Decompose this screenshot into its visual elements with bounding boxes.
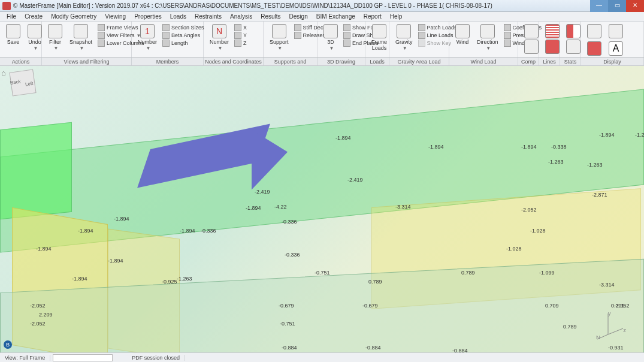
load-value-label: -1.894 <box>246 205 261 211</box>
minimize-button[interactable]: — <box>590 0 608 12</box>
load-value-label: -1.894 <box>335 135 351 141</box>
wind-button[interactable]: Wind <box>452 23 473 46</box>
load-value-label: -1.894 <box>180 228 195 234</box>
menu-properties[interactable]: Properties <box>130 13 166 20</box>
node-x-button[interactable]: X <box>232 24 249 31</box>
load-value-label: -0.338 <box>551 144 567 150</box>
title-bar: © MasterFrame [Main Editor] : Version 20… <box>0 0 644 12</box>
group-label: Nodes and Coordinates <box>204 58 264 65</box>
load-value-label: -1.894 <box>108 258 123 264</box>
direction-button[interactable]: Direction▼ <box>473 23 502 51</box>
load-value-label: 0.789 <box>563 324 577 330</box>
group-label: Comp <box>518 58 539 65</box>
menu-viewing[interactable]: Viewing <box>101 13 130 20</box>
window-title: © MasterFrame [Main Editor] : Version 20… <box>13 2 590 9</box>
load-value-label: -1.894 <box>36 246 52 252</box>
load-value-label: -2.871 <box>592 192 607 198</box>
status-dropdown[interactable] <box>53 354 113 361</box>
load-value-label: -0.679 <box>279 303 294 309</box>
load-value-label: -0.679 <box>362 303 378 309</box>
node-number-button[interactable]: NNumber▼ <box>206 23 232 51</box>
support-button[interactable]: Support▼ <box>266 23 292 51</box>
load-value-label: -1.894 <box>114 216 129 222</box>
load-value-label: -0.925 <box>162 279 177 285</box>
3d-button[interactable]: 3D▼ <box>320 23 341 51</box>
axis-indicator: yzN <box>596 310 626 340</box>
load-value-label: -1.263 <box>548 159 564 165</box>
menu-results[interactable]: Results <box>256 13 285 20</box>
3d-viewport[interactable]: ⌂ Back Left -1.894-1.894-1.8942.209-2.05… <box>0 66 644 352</box>
b-badge[interactable]: B <box>4 340 12 349</box>
save-button[interactable]: Save <box>2 23 24 46</box>
group-label: Stats <box>560 58 581 65</box>
load-value-label: -2.419 <box>255 189 270 195</box>
node-y-button[interactable]: Y <box>232 32 249 39</box>
load-value-label: -2.419 <box>347 177 363 183</box>
section-sizes-button[interactable]: Section Sizes <box>161 24 206 31</box>
menu-design[interactable]: Design <box>285 13 312 20</box>
snapshot-button[interactable]: Snapshot▼ <box>66 23 96 51</box>
load-value-label: -2.052 <box>30 321 46 327</box>
load-value-label: -1.2 <box>635 132 644 138</box>
settings-button[interactable] <box>583 23 605 38</box>
load-value-label: -1.894 <box>428 144 444 150</box>
load-value-label: -1.099 <box>539 270 555 276</box>
load-value-label: 0.789 <box>461 270 475 276</box>
beta-angles-button[interactable]: Beta Angles <box>161 32 206 39</box>
load-value-label: -1.263 <box>587 162 603 168</box>
menu-file[interactable]: File <box>2 13 20 20</box>
load-value-label: -1.028 <box>530 228 546 234</box>
filter-button[interactable]: Filter▼ <box>44 23 66 51</box>
load-value-label: -0.336 <box>201 228 216 234</box>
load-value-label: -3.314 <box>395 204 411 210</box>
menu-loads[interactable]: Loads <box>166 13 191 20</box>
load-value-label: -0.884 <box>365 345 381 351</box>
close-button[interactable]: ✕ <box>626 0 644 12</box>
load-value-label: -1.894 <box>78 228 93 234</box>
load-value-label: -1.894 <box>521 144 537 150</box>
menu-create[interactable]: Create <box>20 13 47 20</box>
load-value-label: 0.789 <box>368 279 382 285</box>
load-value-label: -0.751 <box>315 270 330 276</box>
status-view: View: Full Frame <box>0 355 50 361</box>
menu-restraints[interactable]: Restraints <box>191 13 226 20</box>
menu-modify-geometry[interactable]: Modify Geometry <box>47 13 101 20</box>
menu-bar: FileCreateModify GeometryViewingProperti… <box>0 12 644 22</box>
load-value-label: -1.028 <box>506 246 522 252</box>
group-label: Views and Filtering <box>42 58 132 65</box>
load-value-label: -0.884 <box>452 348 468 352</box>
nav-cube[interactable]: Back Left <box>9 69 36 96</box>
member-number-button[interactable]: 1Number▼ <box>134 23 161 51</box>
load-value-label: -0.884 <box>282 345 297 351</box>
group-label: Loads <box>365 58 389 65</box>
ribbon: Save Undo▼ Filter▼ Snapshot▼ Frame Views… <box>0 22 644 58</box>
axis-button[interactable] <box>583 40 605 56</box>
load-value-label: -3.314 <box>599 282 615 288</box>
load-value-label: -0.751 <box>280 321 295 327</box>
group-label: Lines <box>539 58 560 65</box>
group-label: 3D Drawing <box>318 58 365 65</box>
maximize-button[interactable]: ▭ <box>608 0 626 12</box>
menu-analysis[interactable]: Analysis <box>226 13 256 20</box>
load-value-label: -1.894 <box>599 132 615 138</box>
app-icon <box>2 2 11 10</box>
frame-loads-button[interactable]: Frame Loads <box>368 23 391 52</box>
text-button[interactable]: A <box>605 40 627 56</box>
load-value-label: -1.263 <box>177 276 192 282</box>
drop-button[interactable] <box>605 23 627 38</box>
ribbon-group-labels: ActionsViews and FilteringMembersNodes a… <box>0 58 644 66</box>
menu-bim-exchange[interactable]: BIM Exchange <box>312 13 359 20</box>
load-value-label: -2.052 <box>30 303 46 309</box>
gravity-button[interactable]: Gravity▼ <box>392 23 416 51</box>
length-button[interactable]: Length <box>161 40 206 47</box>
load-value-label: -2.052 <box>521 207 537 213</box>
group-label: Gravity Area Load <box>389 58 449 65</box>
node-z-button[interactable]: Z <box>232 40 249 47</box>
status-pdf: PDF session closed <box>127 355 185 361</box>
menu-help[interactable]: Help <box>386 13 407 20</box>
menu-report[interactable]: Report <box>359 13 386 20</box>
home-icon[interactable]: ⌂ <box>1 68 6 77</box>
group-label: Wind Load <box>449 58 518 65</box>
status-bar: View: Full Frame PDF session closed <box>0 352 644 362</box>
group-label: Actions <box>0 58 42 65</box>
